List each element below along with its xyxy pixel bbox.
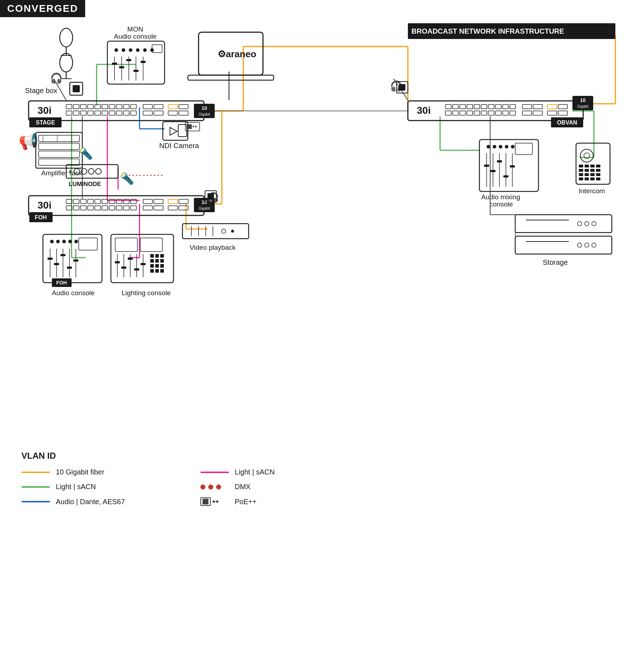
svg-point-96 xyxy=(88,169,94,174)
headphone-stage: 🎧 xyxy=(50,72,63,84)
mic-2 xyxy=(60,53,73,72)
svg-point-207 xyxy=(505,145,508,148)
svg-rect-194 xyxy=(522,104,532,109)
svg-point-208 xyxy=(511,145,514,148)
svg-rect-101 xyxy=(88,199,93,204)
legend-line-blue xyxy=(21,501,50,502)
legend-line-green xyxy=(21,486,50,488)
svg-rect-199 xyxy=(558,104,567,109)
lighting-console-label: Lighting console xyxy=(122,289,171,297)
svg-rect-63 xyxy=(109,104,115,109)
svg-rect-186 xyxy=(460,111,465,115)
svg-rect-117 xyxy=(131,206,136,210)
svg-rect-121 xyxy=(154,206,163,210)
svg-rect-66 xyxy=(131,104,136,109)
svg-rect-151 xyxy=(115,261,120,263)
svg-rect-68 xyxy=(73,111,79,115)
svg-point-40 xyxy=(114,48,118,52)
svg-rect-155 xyxy=(141,263,146,265)
svg-rect-124 xyxy=(168,206,177,210)
video-playback-label: Video playback xyxy=(190,244,236,251)
svg-point-205 xyxy=(493,145,496,148)
svg-rect-162 xyxy=(150,264,154,268)
svg-rect-195 xyxy=(533,104,542,109)
svg-rect-84 xyxy=(179,111,188,115)
svg-rect-236 xyxy=(590,177,595,180)
svg-rect-217 xyxy=(497,160,502,162)
legend-dot-1 xyxy=(200,484,205,489)
video-playback-body xyxy=(182,224,249,239)
svg-rect-231 xyxy=(585,173,589,176)
ndi-camera-label: NDI Camera xyxy=(159,142,199,150)
svg-rect-100 xyxy=(80,199,86,204)
gigabit-3-line2: Gigabit xyxy=(577,104,589,108)
svg-rect-74 xyxy=(116,111,122,115)
svg-rect-190 xyxy=(488,111,494,115)
svg-rect-54 xyxy=(126,59,131,61)
svg-rect-72 xyxy=(102,111,108,115)
storage-label: Storage xyxy=(543,258,568,266)
legend-dot-2 xyxy=(208,484,213,489)
svg-rect-224 xyxy=(590,165,595,167)
poe-plusplus: ++ xyxy=(212,498,219,505)
svg-rect-152 xyxy=(121,267,126,269)
stage-box-inner xyxy=(73,85,80,92)
legend-text-audio: Light | sACN xyxy=(56,483,96,491)
storage-body-2 xyxy=(515,236,612,254)
svg-rect-218 xyxy=(503,175,508,177)
svg-rect-78 xyxy=(154,104,163,109)
svg-rect-157 xyxy=(155,254,159,258)
svg-rect-89 xyxy=(39,151,79,157)
svg-rect-119 xyxy=(154,199,163,204)
svg-point-172 xyxy=(221,229,226,233)
svg-rect-185 xyxy=(453,111,458,115)
svg-marker-85 xyxy=(170,127,177,135)
svg-point-245 xyxy=(592,243,596,247)
svg-point-243 xyxy=(577,243,582,247)
svg-rect-175 xyxy=(453,104,458,109)
svg-rect-145 xyxy=(140,238,162,252)
svg-rect-184 xyxy=(445,111,451,115)
svg-rect-216 xyxy=(491,170,496,172)
svg-rect-189 xyxy=(481,111,487,115)
svg-rect-167 xyxy=(160,269,164,273)
svg-rect-133 xyxy=(79,238,97,250)
legend-text-fiber: 10 Gigabit fiber xyxy=(56,468,104,476)
svg-rect-164 xyxy=(160,264,164,268)
gigabit-1-line1: 10 xyxy=(201,105,207,111)
svg-rect-52 xyxy=(112,63,117,65)
svg-rect-174 xyxy=(445,104,451,109)
svg-rect-228 xyxy=(590,169,595,172)
svg-point-244 xyxy=(585,243,589,247)
svg-rect-234 xyxy=(579,177,583,180)
svg-rect-80 xyxy=(154,111,163,115)
svg-rect-181 xyxy=(496,104,501,109)
svg-rect-176 xyxy=(460,104,465,109)
obvan-switch-ports xyxy=(445,104,567,115)
svg-rect-110 xyxy=(80,206,86,210)
svg-rect-141 xyxy=(60,254,65,256)
svg-rect-144 xyxy=(115,238,137,252)
svg-rect-112 xyxy=(95,206,101,210)
svg-rect-139 xyxy=(48,258,53,260)
svg-point-129 xyxy=(56,240,60,243)
svg-rect-232 xyxy=(590,173,595,176)
svg-rect-75 xyxy=(123,111,129,115)
svg-point-220 xyxy=(580,149,593,162)
svg-rect-56 xyxy=(141,61,146,63)
broadcast-label: BROADCAST NETWORK INFRASTRUCTURE xyxy=(411,27,564,35)
svg-rect-192 xyxy=(503,111,508,115)
svg-rect-67 xyxy=(66,111,72,115)
luminode-4-label: 4 xyxy=(69,169,72,174)
svg-rect-70 xyxy=(88,111,93,115)
foh-console-badge-text: FOH xyxy=(56,280,67,286)
svg-rect-113 xyxy=(102,206,108,210)
svg-rect-227 xyxy=(585,169,589,172)
svg-rect-159 xyxy=(150,259,154,263)
svg-rect-82 xyxy=(179,104,188,109)
audio-mixing-label2: console xyxy=(489,200,513,208)
svg-rect-196 xyxy=(522,111,532,115)
foh-audio-label: Audio console xyxy=(52,289,94,297)
svg-rect-201 xyxy=(558,111,567,115)
svg-rect-73 xyxy=(109,111,115,115)
